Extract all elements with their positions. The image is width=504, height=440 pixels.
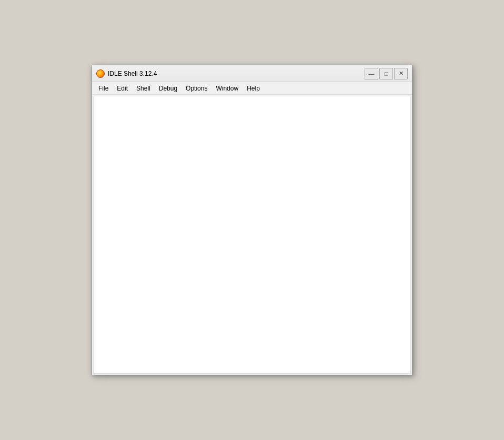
app-icon bbox=[96, 69, 105, 78]
menu-edit[interactable]: Edit bbox=[113, 82, 132, 94]
shell-content-area[interactable] bbox=[93, 96, 411, 374]
title-bar: IDLE Shell 3.12.4 — □ ✕ bbox=[92, 65, 412, 82]
menu-shell[interactable]: Shell bbox=[132, 82, 155, 94]
menu-help[interactable]: Help bbox=[243, 82, 264, 94]
window-controls: — □ ✕ bbox=[365, 68, 408, 79]
window-title: IDLE Shell 3.12.4 bbox=[108, 70, 365, 77]
minimize-button[interactable]: — bbox=[365, 68, 378, 79]
menu-debug[interactable]: Debug bbox=[155, 82, 182, 94]
menu-options[interactable]: Options bbox=[182, 82, 211, 94]
close-button[interactable]: ✕ bbox=[394, 68, 408, 79]
idle-shell-window: IDLE Shell 3.12.4 — □ ✕ File Edit Shell … bbox=[92, 65, 412, 375]
maximize-button[interactable]: □ bbox=[379, 68, 393, 79]
menu-window[interactable]: Window bbox=[211, 82, 243, 94]
menu-file[interactable]: File bbox=[94, 82, 113, 94]
menu-bar: File Edit Shell Debug Options Window Hel… bbox=[92, 82, 412, 95]
idle-logo-icon bbox=[96, 69, 105, 78]
